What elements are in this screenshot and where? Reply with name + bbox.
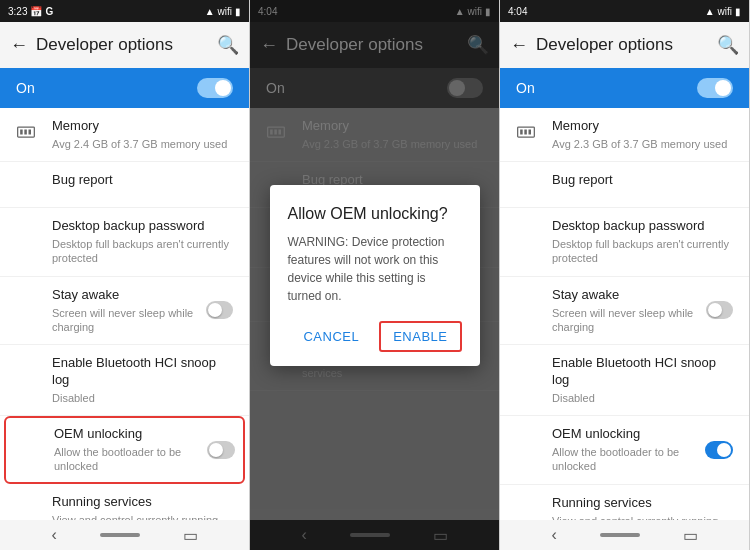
wifi-icon: wifi bbox=[218, 6, 232, 17]
dialog-title: Allow OEM unlocking? bbox=[288, 205, 462, 223]
toggle-label-left: On bbox=[16, 80, 189, 96]
toggle-switch-left[interactable] bbox=[197, 78, 233, 98]
nav-recents-left[interactable]: ▭ bbox=[183, 526, 198, 545]
g-icon: G bbox=[45, 6, 53, 17]
running-title-left: Running services bbox=[52, 494, 233, 511]
back-button-right[interactable]: ← bbox=[510, 35, 528, 56]
back-button-left[interactable]: ← bbox=[10, 35, 28, 56]
backup-subtitle-left: Desktop full backups aren't currently pr… bbox=[52, 237, 233, 266]
dialog-cancel-button[interactable]: Cancel bbox=[291, 321, 371, 352]
svg-rect-11 bbox=[529, 130, 532, 135]
backup-title-left: Desktop backup password bbox=[52, 218, 233, 235]
toggle-label-right: On bbox=[516, 80, 689, 96]
panel-middle: 4:04 ▲ wifi ▮ ← Developer options 🔍 On M… bbox=[250, 0, 500, 550]
dialog-message: WARNING: Device protection features will… bbox=[288, 233, 462, 305]
toggle-switch-right[interactable] bbox=[697, 78, 733, 98]
oem-toggle-right[interactable] bbox=[705, 441, 733, 459]
memory-icon-left bbox=[14, 120, 38, 144]
svg-rect-10 bbox=[524, 130, 527, 135]
page-title-left: Developer options bbox=[36, 35, 209, 55]
nav-bar-left: ‹ ▭ bbox=[0, 520, 249, 550]
content-left: Memory Avg 2.4 GB of 3.7 GB memory used … bbox=[0, 108, 249, 520]
setting-stayawake-right[interactable]: Stay awake Screen will never sleep while… bbox=[500, 277, 749, 345]
search-button-left[interactable]: 🔍 bbox=[217, 34, 239, 56]
setting-oem-left[interactable]: OEM unlocking Allow the bootloader to be… bbox=[4, 416, 245, 483]
panel-right: 4:04 ▲ wifi ▮ ← Developer options 🔍 On M… bbox=[500, 0, 750, 550]
wifi-icon-right: wifi bbox=[718, 6, 732, 17]
status-bar-right: 4:04 ▲ wifi ▮ bbox=[500, 0, 749, 22]
time-right: 4:04 bbox=[508, 6, 527, 17]
panel-left: 3:23 📅 G ▲ wifi ▮ ← Developer options 🔍 … bbox=[0, 0, 250, 550]
setting-running-left[interactable]: Running services View and control curren… bbox=[0, 484, 249, 520]
calendar-icon: 📅 bbox=[30, 6, 42, 17]
oem-subtitle-left: Allow the bootloader to be unlocked bbox=[54, 445, 207, 474]
stayawake-toggle-left[interactable] bbox=[206, 301, 233, 319]
stayawake-title-right: Stay awake bbox=[552, 287, 706, 304]
bugreport-title-right: Bug report bbox=[552, 172, 733, 189]
nav-back-left[interactable]: ‹ bbox=[51, 526, 56, 544]
memory-icon-right bbox=[514, 120, 538, 144]
setting-oem-right[interactable]: OEM unlocking Allow the bootloader to be… bbox=[500, 416, 749, 484]
stayawake-subtitle-right: Screen will never sleep while charging bbox=[552, 306, 706, 335]
page-title-right: Developer options bbox=[536, 35, 709, 55]
setting-stayawake-left[interactable]: Stay awake Screen will never sleep while… bbox=[0, 277, 249, 345]
setting-backup-left[interactable]: Desktop backup password Desktop full bac… bbox=[0, 208, 249, 276]
setting-backup-right[interactable]: Desktop backup password Desktop full bac… bbox=[500, 208, 749, 276]
oem-subtitle-right: Allow the bootloader to be unlocked bbox=[552, 445, 705, 474]
setting-running-right[interactable]: Running services View and control curren… bbox=[500, 485, 749, 520]
stayawake-title-left: Stay awake bbox=[52, 287, 206, 304]
setting-memory-right[interactable]: Memory Avg 2.3 GB of 3.7 GB memory used bbox=[500, 108, 749, 162]
nav-back-right[interactable]: ‹ bbox=[551, 526, 556, 544]
top-bar-right: ← Developer options 🔍 bbox=[500, 22, 749, 68]
content-right: Memory Avg 2.3 GB of 3.7 GB memory used … bbox=[500, 108, 749, 520]
setting-bugreport-left[interactable]: Bug report bbox=[0, 162, 249, 208]
setting-memory-left[interactable]: Memory Avg 2.4 GB of 3.7 GB memory used bbox=[0, 108, 249, 162]
status-time-right: 4:04 bbox=[508, 6, 527, 17]
oem-title-left: OEM unlocking bbox=[54, 426, 207, 443]
nav-bar-right: ‹ ▭ bbox=[500, 520, 749, 550]
signal-icon-right: ▲ bbox=[705, 6, 715, 17]
memory-subtitle-right: Avg 2.3 GB of 3.7 GB memory used bbox=[552, 137, 733, 151]
stayawake-subtitle-left: Screen will never sleep while charging bbox=[52, 306, 206, 335]
toggle-row-right[interactable]: On bbox=[500, 68, 749, 108]
svg-rect-2 bbox=[24, 130, 27, 135]
signal-icon: ▲ bbox=[205, 6, 215, 17]
top-bar-left: ← Developer options 🔍 bbox=[0, 22, 249, 68]
setting-bugreport-right[interactable]: Bug report bbox=[500, 162, 749, 208]
status-time-left: 3:23 📅 G bbox=[8, 6, 53, 17]
running-subtitle-right: View and control currently running servi… bbox=[552, 514, 733, 520]
backup-title-right: Desktop backup password bbox=[552, 218, 733, 235]
dialog-box: Allow OEM unlocking? WARNING: Device pro… bbox=[270, 185, 480, 366]
bthci-title-left: Enable Bluetooth HCI snoop log bbox=[52, 355, 233, 389]
bugreport-title-left: Bug report bbox=[52, 172, 233, 189]
search-button-right[interactable]: 🔍 bbox=[717, 34, 739, 56]
memory-title-right: Memory bbox=[552, 118, 733, 135]
battery-icon-right: ▮ bbox=[735, 6, 741, 17]
status-icons-left: ▲ wifi ▮ bbox=[205, 6, 241, 17]
stayawake-toggle-right[interactable] bbox=[706, 301, 733, 319]
setting-bthci-left[interactable]: Enable Bluetooth HCI snoop log Disabled bbox=[0, 345, 249, 416]
status-bar-left: 3:23 📅 G ▲ wifi ▮ bbox=[0, 0, 249, 22]
status-icons-right: ▲ wifi ▮ bbox=[705, 6, 741, 17]
running-subtitle-left: View and control currently running servi… bbox=[52, 513, 233, 520]
nav-recents-right[interactable]: ▭ bbox=[683, 526, 698, 545]
svg-rect-1 bbox=[20, 130, 23, 135]
toggle-row-left[interactable]: On bbox=[0, 68, 249, 108]
battery-icon: ▮ bbox=[235, 6, 241, 17]
nav-home-right[interactable] bbox=[600, 533, 640, 537]
time-left: 3:23 bbox=[8, 6, 27, 17]
running-title-right: Running services bbox=[552, 495, 733, 512]
bthci-title-right: Enable Bluetooth HCI snoop log bbox=[552, 355, 733, 389]
nav-home-left[interactable] bbox=[100, 533, 140, 537]
oem-title-right: OEM unlocking bbox=[552, 426, 705, 443]
dialog-actions: Cancel Enable bbox=[288, 321, 462, 352]
memory-subtitle-left: Avg 2.4 GB of 3.7 GB memory used bbox=[52, 137, 233, 151]
oem-toggle-left[interactable] bbox=[207, 441, 235, 459]
svg-rect-9 bbox=[520, 130, 523, 135]
bthci-subtitle-right: Disabled bbox=[552, 391, 733, 405]
bthci-subtitle-left: Disabled bbox=[52, 391, 233, 405]
dialog-enable-button[interactable]: Enable bbox=[379, 321, 461, 352]
backup-subtitle-right: Desktop full backups aren't currently pr… bbox=[552, 237, 733, 266]
memory-title-left: Memory bbox=[52, 118, 233, 135]
setting-bthci-right[interactable]: Enable Bluetooth HCI snoop log Disabled bbox=[500, 345, 749, 416]
